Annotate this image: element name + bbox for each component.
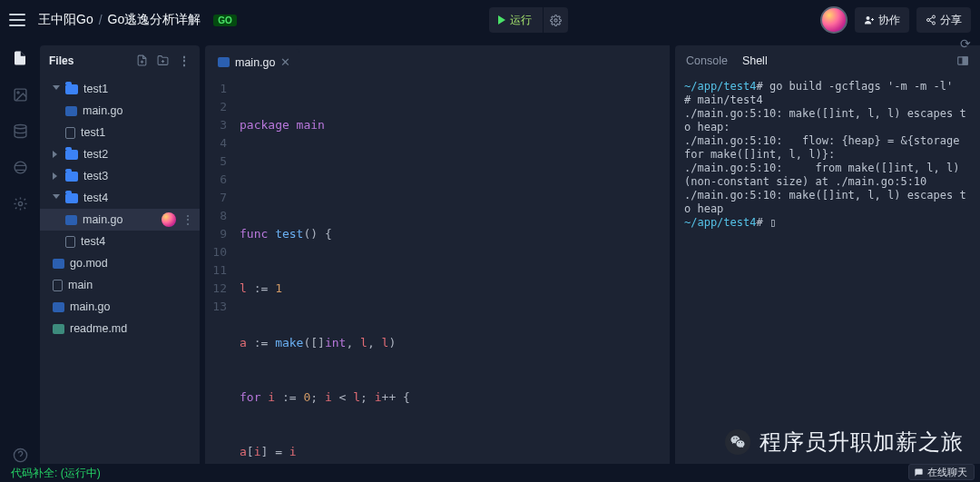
folder-icon [65, 84, 78, 94]
presence-avatar [162, 212, 176, 227]
chat-icon [914, 467, 924, 477]
go-file-icon [53, 302, 64, 312]
file-test4-main-go[interactable]: main.go⋮ [40, 209, 200, 231]
sidebar-more-icon[interactable]: ⋮ [178, 54, 191, 67]
language-badge: GO [213, 15, 237, 26]
globe-tab-icon[interactable] [11, 158, 29, 176]
run-config-button[interactable] [543, 7, 568, 33]
status-bar: 代码补全: (运行中) [0, 464, 980, 482]
folder-test4[interactable]: test4 [40, 187, 200, 209]
go-file-icon [65, 215, 77, 225]
tab-console[interactable]: Console [686, 54, 728, 67]
file-main-go[interactable]: main.go [40, 296, 200, 318]
gear-icon [550, 15, 562, 26]
play-icon [498, 15, 505, 25]
share-icon [926, 15, 936, 25]
folder-icon [65, 172, 78, 182]
file-icon [53, 280, 63, 291]
status-text: 代码补全: (运行中) [11, 466, 101, 481]
go-file-icon [53, 259, 64, 269]
right-panel: Console Shell ⟳ ~/app/test4# go build -g… [675, 45, 980, 464]
new-folder-icon[interactable] [157, 54, 169, 67]
svg-point-1 [866, 16, 869, 20]
person-add-icon [864, 15, 875, 25]
svg-point-8 [15, 162, 26, 173]
svg-point-3 [926, 19, 929, 22]
database-tab-icon[interactable] [11, 122, 29, 140]
activity-bar [0, 40, 40, 464]
refresh-icon[interactable]: ⟳ [960, 36, 971, 51]
share-button[interactable]: 分享 [916, 7, 971, 33]
terminal-output[interactable]: ~/app/test4# go build -gcflags '-m -m -l… [675, 76, 980, 464]
chevron-right-icon [53, 172, 60, 180]
markdown-file-icon [53, 324, 64, 334]
svg-point-2 [932, 15, 935, 18]
breadcrumb-author[interactable]: 王中阳Go [38, 12, 93, 28]
file-icon [65, 236, 75, 248]
file-test1-main-go[interactable]: main.go [40, 100, 200, 122]
svg-point-4 [932, 22, 935, 25]
file-icon [65, 127, 75, 139]
run-button[interactable]: 运行 [489, 7, 543, 33]
tab-shell[interactable]: Shell [742, 54, 768, 67]
breadcrumb: 王中阳Go / Go逃逸分析详解 GO [38, 12, 237, 28]
file-more-icon[interactable]: ⋮ [181, 213, 194, 226]
file-sidebar: Files ⋮ test1 main.go test1 test2 test3 … [40, 45, 200, 464]
picture-tab-icon[interactable] [11, 85, 29, 103]
file-readme-md[interactable]: readme.md [40, 318, 200, 339]
folder-icon [65, 193, 78, 203]
user-avatar[interactable] [820, 6, 848, 34]
chevron-right-icon [53, 151, 60, 158]
file-test1-test1[interactable]: test1 [40, 122, 200, 143]
code-editor: main.go ✕ 12345678910111213 package main… [205, 45, 670, 464]
file-go-mod[interactable]: go.mod [40, 252, 200, 274]
go-file-icon [65, 106, 77, 116]
folder-test2[interactable]: test2 [40, 143, 200, 165]
svg-point-6 [16, 91, 18, 93]
settings-tab-icon[interactable] [11, 194, 29, 212]
line-gutter: 12345678910111213 [205, 76, 234, 464]
svg-point-7 [15, 124, 26, 128]
breadcrumb-title[interactable]: Go逃逸分析详解 [108, 12, 201, 28]
chevron-down-icon [53, 194, 60, 202]
chevron-down-icon [53, 85, 60, 93]
help-icon[interactable] [11, 446, 29, 464]
folder-test3[interactable]: test3 [40, 165, 200, 187]
files-tab-icon[interactable] [11, 49, 29, 67]
editor-tab-main-go[interactable]: main.go ✕ [209, 49, 299, 76]
file-test4-test4[interactable]: test4 [40, 231, 200, 252]
menu-burger-icon[interactable] [9, 14, 25, 26]
file-main[interactable]: main [40, 274, 200, 296]
panel-window-icon[interactable] [956, 54, 969, 67]
collaborate-button[interactable]: 协作 [855, 7, 909, 33]
go-file-icon [218, 57, 230, 67]
code-content[interactable]: package main func test() { l := 1 a := m… [234, 76, 670, 464]
close-icon[interactable]: ✕ [280, 55, 290, 69]
svg-point-0 [554, 18, 557, 21]
svg-rect-12 [963, 57, 967, 64]
sidebar-title: Files [49, 54, 74, 67]
folder-test1[interactable]: test1 [40, 78, 200, 100]
folder-icon [65, 150, 78, 160]
svg-point-9 [18, 202, 22, 205]
online-chat-button[interactable]: 在线聊天 [908, 464, 975, 480]
new-file-icon[interactable] [136, 54, 148, 67]
